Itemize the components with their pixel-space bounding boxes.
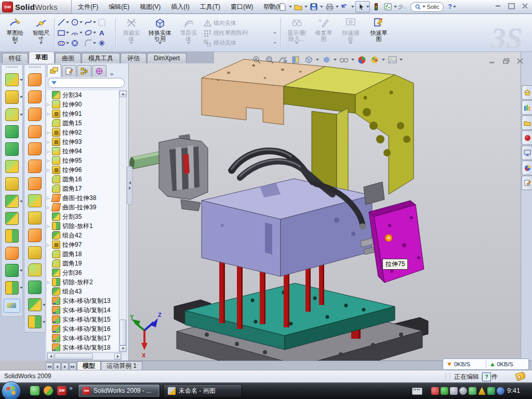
point-tool-icon[interactable] (98, 38, 111, 48)
open-file-caret[interactable] (304, 6, 308, 8)
restore-button[interactable] (506, 2, 516, 10)
last-tab-button[interactable] (69, 363, 76, 370)
zoom-fit-icon[interactable] (251, 55, 262, 65)
rapid-sketch-button[interactable]: 快速草图 (367, 16, 391, 49)
taskbar-window-paint[interactable]: 未命名 - 画图 (163, 384, 242, 397)
resources-tab[interactable] (522, 85, 532, 100)
arc-tool-icon[interactable] (71, 28, 84, 38)
tab-property-manager[interactable] (62, 65, 76, 77)
move-copy-tool-icon[interactable] (5, 247, 19, 260)
search-input[interactable]: Solic (410, 2, 444, 12)
view-settings-icon[interactable] (387, 55, 398, 65)
quicklaunch-solidworks-icon[interactable]: SW (57, 386, 66, 395)
edit-appearance-icon[interactable] (356, 55, 367, 65)
scroll-right-button[interactable] (114, 353, 121, 360)
view-settings-caret[interactable] (400, 59, 403, 61)
help-button[interactable]: ? (448, 3, 451, 10)
linear-pattern-button[interactable]: 线性草图阵列 (204, 28, 276, 38)
polygon-tool-icon[interactable] (71, 38, 84, 48)
tree-item[interactable]: 实体-移动/复制14 (47, 305, 118, 315)
select-cursor-icon[interactable] (356, 2, 366, 12)
tree-item[interactable]: 分割34 (47, 90, 118, 100)
quicklaunch-app-icon[interactable] (44, 386, 53, 395)
scroll-thumb[interactable] (119, 320, 126, 345)
taskbar-window-solidworks[interactable]: SW SolidWorks 2009 - ... (78, 384, 160, 397)
menu-file[interactable]: 文件(F) (73, 0, 103, 14)
curve-tool-icon[interactable] (5, 281, 19, 294)
tray-volume-icon[interactable] (459, 387, 467, 395)
search-results-tab[interactable] (522, 130, 532, 145)
tree-item[interactable]: 实体-移动/复制16 (47, 324, 118, 334)
quicklaunch-overflow[interactable]: » (69, 384, 73, 392)
tab-features[interactable]: 特征 (2, 53, 28, 63)
section-view-icon[interactable] (290, 55, 301, 65)
start-button[interactable] (2, 381, 21, 399)
tray-sync-icon[interactable] (469, 387, 476, 395)
tree-item[interactable]: 圆角18 (47, 249, 118, 259)
print-caret[interactable] (336, 6, 339, 8)
doc-minimize-button[interactable] (487, 57, 497, 64)
tree-item[interactable]: ▷拉伸96 (47, 165, 118, 175)
file-explorer-tab[interactable] (522, 115, 532, 130)
tab-surfaces[interactable]: 曲面 (55, 53, 81, 63)
view-orientation-icon[interactable] (303, 55, 314, 65)
quicklaunch-messenger-icon[interactable] (30, 386, 39, 395)
toolbar-overflow-label[interactable]: 少.. (398, 3, 406, 10)
surface-fillet-tool-icon[interactable] (28, 263, 42, 276)
first-tab-button[interactable] (46, 363, 53, 370)
surface-revolve-tool-icon[interactable] (28, 90, 42, 103)
surface-reference-tool-icon[interactable] (28, 298, 42, 311)
menu-window[interactable]: 窗口(W) (225, 0, 258, 14)
tray-security-alert-icon[interactable] (431, 387, 439, 395)
tree-item[interactable]: 圆角15 (47, 118, 118, 128)
undo-caret[interactable] (351, 6, 354, 8)
tree-item[interactable]: 实体-移动/复制15 (47, 315, 118, 324)
sketch-fillet-icon[interactable] (84, 38, 98, 48)
surface-untrim-tool-icon[interactable] (28, 246, 42, 259)
tree-item[interactable]: ▷曲面-拉伸38 (47, 193, 118, 203)
display-style-icon[interactable] (321, 55, 332, 65)
close-button[interactable] (520, 2, 530, 10)
surface-fill-tool-icon[interactable] (28, 159, 42, 172)
tree-item[interactable]: 组合42 (47, 231, 118, 240)
select-caret[interactable] (366, 6, 369, 8)
scroll-down-button[interactable] (119, 345, 126, 352)
tree-item[interactable]: 圆角19 (47, 259, 118, 268)
surface-sweep-tool-icon[interactable] (28, 108, 42, 121)
tree-item[interactable]: 组合43 (47, 287, 118, 296)
model-tab[interactable]: 模型 (77, 361, 101, 370)
doc-close-button[interactable] (515, 57, 525, 64)
select-tool-group[interactable] (355, 1, 370, 12)
pin-icon[interactable] (266, 2, 276, 12)
search-scope-caret[interactable] (422, 6, 425, 8)
menu-view[interactable]: 视图(V) (135, 0, 166, 14)
status-help-button[interactable]: ? (482, 373, 491, 381)
planar-surface-tool-icon[interactable] (28, 177, 42, 190)
tray-antivirus-icon[interactable] (441, 387, 448, 395)
design-library-tab[interactable] (522, 100, 532, 115)
tree-horizontal-scrollbar[interactable] (47, 352, 122, 360)
custom-properties-tab[interactable] (522, 176, 532, 190)
input-method-icon[interactable] (412, 388, 422, 395)
tab-evaluate[interactable]: 评估 (121, 53, 147, 63)
tree-item[interactable]: ▷切除-放样1 (47, 221, 118, 231)
draft-tool-icon[interactable] (5, 177, 19, 190)
open-file-icon[interactable] (293, 2, 303, 12)
hide-show-items-icon[interactable] (338, 55, 350, 65)
convert-entities-button[interactable]: 转换实体引用 (147, 16, 174, 49)
save-icon[interactable] (309, 2, 319, 12)
prev-tab-button[interactable] (54, 363, 61, 370)
save-caret[interactable] (320, 6, 323, 8)
surface-extrude-tool-icon[interactable] (28, 73, 42, 86)
minimize-button[interactable] (493, 2, 503, 10)
fillet-tool-icon[interactable] (5, 108, 19, 121)
tree-item[interactable]: 实体-移动/复制18 (47, 343, 118, 351)
tab-configuration-manager[interactable] (77, 65, 91, 77)
traffic-light-icon[interactable] (371, 2, 381, 12)
new-file-caret[interactable] (289, 6, 292, 8)
surface-curve-tool-icon[interactable] (28, 315, 42, 328)
menu-tools[interactable]: 工具(T) (195, 0, 225, 14)
tree-item[interactable]: 实体-移动/复制13 (47, 296, 118, 305)
new-file-icon[interactable] (277, 2, 288, 12)
view-palette-tab[interactable] (522, 145, 532, 160)
